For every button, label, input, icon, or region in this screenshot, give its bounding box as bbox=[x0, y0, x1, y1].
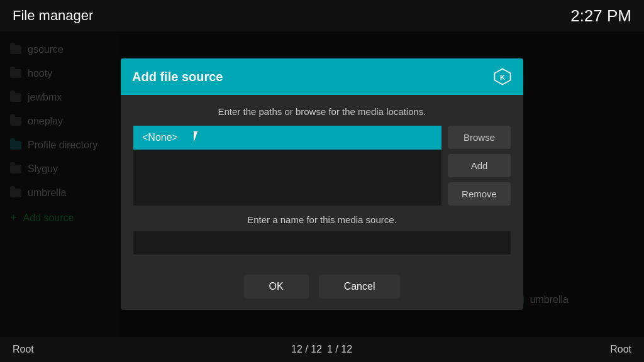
dialog-title: Add file source bbox=[132, 70, 223, 84]
bottom-center-right: 1 / 12 bbox=[327, 344, 352, 355]
name-section: Enter a name for this media source. bbox=[133, 214, 511, 255]
cancel-button[interactable]: Cancel bbox=[319, 275, 401, 299]
dialog-footer: OK Cancel bbox=[121, 266, 523, 310]
svg-text:K: K bbox=[500, 74, 505, 81]
add-file-source-dialog: Add file source K Enter the paths or bro… bbox=[121, 58, 523, 310]
name-instruction: Enter a name for this media source. bbox=[133, 214, 511, 225]
path-list: <None> bbox=[133, 126, 441, 206]
dialog-actions: Browse Add Remove bbox=[448, 126, 511, 206]
path-selected[interactable]: <None> bbox=[133, 126, 441, 150]
bottom-bar: Root 12 / 12 1 / 12 Root bbox=[0, 337, 644, 362]
modal-overlay: Add file source K Enter the paths or bro… bbox=[0, 31, 644, 337]
ok-button[interactable]: OK bbox=[244, 275, 309, 299]
dialog-path-area: <None> Browse Add Remove bbox=[133, 126, 511, 206]
name-input[interactable] bbox=[133, 231, 511, 255]
add-button[interactable]: Add bbox=[448, 154, 511, 177]
bottom-center-left: 12 / 12 bbox=[291, 344, 322, 355]
remove-button[interactable]: Remove bbox=[448, 182, 511, 206]
browse-button[interactable]: Browse bbox=[448, 126, 511, 149]
dialog-instruction: Enter the paths or browse for the media … bbox=[133, 106, 511, 117]
app-title: File manager bbox=[13, 8, 93, 24]
bottom-left-label: Root bbox=[13, 344, 34, 355]
top-bar: File manager 2:27 PM bbox=[0, 0, 644, 31]
dialog-body: Enter the paths or browse for the media … bbox=[121, 95, 523, 266]
kodi-logo: K bbox=[493, 67, 512, 86]
clock: 2:27 PM bbox=[570, 6, 631, 26]
path-empty bbox=[133, 150, 441, 194]
bottom-right-label: Root bbox=[610, 344, 631, 355]
dialog-header: Add file source K bbox=[121, 58, 523, 95]
